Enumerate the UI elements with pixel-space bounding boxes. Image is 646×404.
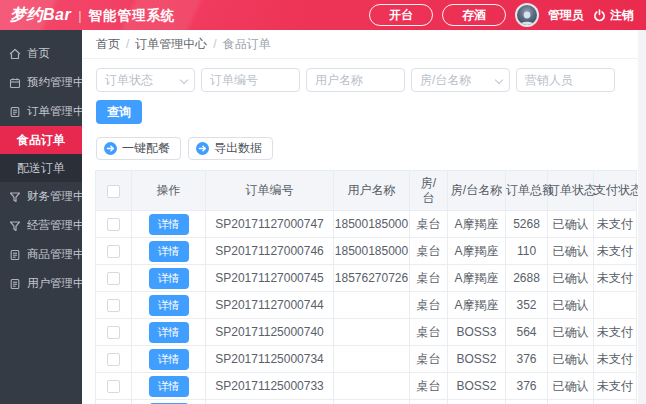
row-select-cell [96, 319, 132, 346]
user-avatar[interactable] [515, 3, 539, 27]
order-no-cell [206, 400, 334, 404]
col-room-name: 房/台名称 [448, 171, 506, 211]
dispatch-arrow-icon [104, 142, 117, 155]
sidebar-item-订单管理中心[interactable]: 订单管理中心 [0, 97, 82, 126]
row-checkbox[interactable] [107, 299, 120, 312]
detail-button[interactable]: 详情 [149, 322, 189, 343]
detail-button[interactable]: 详情 [149, 295, 189, 316]
search-button[interactable]: 查询 [96, 100, 142, 124]
detail-button[interactable]: 详情 [149, 268, 189, 289]
operation-cell: 详情 [132, 400, 206, 404]
room-type-cell: 桌台 [410, 265, 448, 292]
detail-button[interactable]: 详情 [149, 376, 189, 397]
pay-status-cell [594, 292, 637, 319]
user-name-cell: 18576270726 [334, 265, 410, 292]
col-order-no: 订单编号 [206, 171, 334, 211]
operation-cell: 详情 [132, 292, 206, 319]
user-name-field[interactable] [306, 68, 405, 92]
page-scrollbar[interactable] [638, 30, 646, 404]
sidebar-item-首页[interactable]: 首页 [0, 39, 82, 68]
order-no-field[interactable] [201, 68, 300, 92]
breadcrumb-item-订单管理中心[interactable]: 订单管理中心 [135, 36, 207, 53]
user-name-cell [334, 292, 410, 319]
filter-bar [96, 68, 638, 92]
pay-status-cell: 未支付 [594, 211, 637, 238]
logo-divider: | [78, 8, 81, 23]
app-logo: 梦约Bar | 智能管理系统 [0, 5, 176, 26]
room-name-select[interactable] [411, 68, 510, 92]
person-icon [518, 9, 536, 25]
row-checkbox[interactable] [107, 245, 120, 258]
sidebar-item-用户管理中心[interactable]: 用户管理中心 [0, 269, 82, 298]
room-type-cell: 桌台 [410, 292, 448, 319]
marketer-input[interactable] [516, 68, 615, 92]
user-name-cell: 18500185000 [334, 238, 410, 265]
marketer-field[interactable] [516, 68, 615, 92]
store-wine-button[interactable]: 存酒 [442, 4, 506, 26]
table-body: 详情 SP20171127000747 18500185000 桌台 A摩羯座 … [96, 211, 637, 404]
order-no-cell: SP20171127000747 [206, 211, 334, 238]
user-name-cell [334, 319, 410, 346]
room-name-input[interactable] [411, 68, 510, 92]
select-all-cell [96, 171, 132, 211]
order-status-cell [548, 400, 594, 404]
breadcrumb: 首页/订单管理中心/食品订单 [82, 30, 638, 59]
detail-button[interactable]: 详情 [149, 214, 189, 235]
sidebar-item-label: 食品订单 [17, 132, 65, 149]
sidebar-item-商品管理中心[interactable]: 商品管理中心 [0, 240, 82, 269]
order-status-cell: 已确认 [548, 265, 594, 292]
row-checkbox[interactable] [107, 380, 120, 393]
sidebar-item-预约管理中心[interactable]: 预约管理中心 [0, 68, 82, 97]
room-name-cell: BOSS2 [448, 373, 506, 400]
order-total-cell: 376 [506, 346, 548, 373]
order-no-input[interactable] [201, 68, 300, 92]
calendar-icon [9, 77, 21, 89]
user-name-input[interactable] [306, 68, 405, 92]
user-name-cell [334, 373, 410, 400]
row-checkbox[interactable] [107, 218, 120, 231]
sidebar: 首页 预约管理中心 订单管理中心 食品订单 配送订单 财务管理中心 经营管理中心… [0, 30, 82, 404]
detail-button[interactable]: 详情 [149, 349, 189, 370]
room-type-cell: 桌台 [410, 319, 448, 346]
order-total-cell: 376 [506, 373, 548, 400]
pay-status-cell: 未支付 [594, 265, 637, 292]
open-table-button[interactable]: 开台 [369, 4, 433, 26]
col-pay-status: 支付状态 [594, 171, 637, 211]
username-label: 管理员 [548, 7, 584, 24]
detail-button[interactable]: 详情 [149, 241, 189, 262]
order-total-cell: 5268 [506, 211, 548, 238]
pay-status-cell: 未支付 [594, 373, 637, 400]
pay-status-cell: 未支付 [594, 346, 637, 373]
order-no-cell: SP20171127000745 [206, 265, 334, 292]
main-content: 首页/订单管理中心/食品订单 查询 一键配餐 [82, 30, 638, 404]
order-no-cell: SP20171125000733 [206, 373, 334, 400]
table-header-row: 操作 订单编号 用户名称 房/台 房/台名称 订单总额 订单状态 支付状态 [96, 171, 637, 211]
col-order-total: 订单总额 [506, 171, 548, 211]
order-status-input[interactable] [96, 68, 195, 92]
one-key-dispatch-button[interactable]: 一键配餐 [96, 137, 181, 160]
sidebar-item-配送订单[interactable]: 配送订单 [0, 154, 82, 182]
order-status-cell: 已确认 [548, 238, 594, 265]
sidebar-item-食品订单[interactable]: 食品订单 [0, 126, 82, 154]
breadcrumb-separator: / [126, 37, 129, 51]
logout-label: 注销 [610, 7, 634, 24]
brand-name: 梦约Bar [10, 5, 71, 26]
row-checkbox[interactable] [107, 326, 120, 339]
select-all-checkbox[interactable] [107, 185, 120, 198]
order-status-cell: 已确认 [548, 292, 594, 319]
breadcrumb-item-首页[interactable]: 首页 [96, 36, 120, 53]
export-label: 导出数据 [214, 140, 262, 157]
export-data-button[interactable]: 导出数据 [188, 137, 273, 160]
col-user-name: 用户名称 [334, 171, 410, 211]
logout-button[interactable]: 注销 [593, 7, 634, 24]
table-row: 详情 SP20171125000734 桌台 BOSS2 376 已确认 未支付 [96, 346, 637, 373]
row-checkbox[interactable] [107, 272, 120, 285]
top-header: 梦约Bar | 智能管理系统 开台 存酒 管理员 注销 [0, 0, 646, 30]
room-name-cell: A摩羯座 [448, 238, 506, 265]
row-select-cell [96, 292, 132, 319]
sidebar-item-经营管理中心[interactable]: 经营管理中心 [0, 211, 82, 240]
row-checkbox[interactable] [107, 353, 120, 366]
order-status-select[interactable] [96, 68, 195, 92]
user-name-cell: 18500185000 [334, 211, 410, 238]
sidebar-item-财务管理中心[interactable]: 财务管理中心 [0, 182, 82, 211]
